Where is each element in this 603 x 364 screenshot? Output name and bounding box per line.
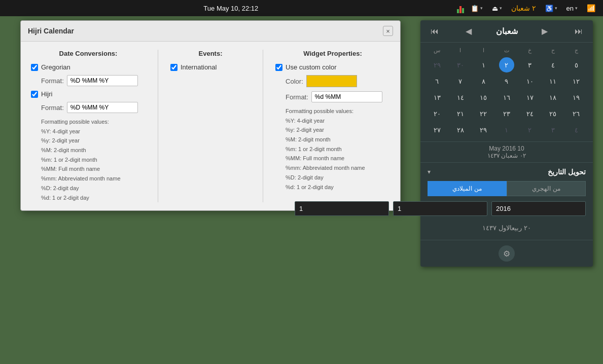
- hijri-date-display: ٠٢ شعبان ١٤٣٧: [423, 152, 590, 159]
- events-section: Events: International: [170, 50, 251, 202]
- day-2-next[interactable]: ٢: [522, 122, 538, 137]
- day-13[interactable]: ١٣: [430, 90, 445, 105]
- day-2-today[interactable]: ٢: [499, 57, 514, 72]
- gregorian-label: Gregorian: [41, 63, 70, 71]
- week-1: ٢٩ ٣٠ ١ ٢ ٣ ٤ ٥: [425, 57, 588, 72]
- hijri-format-row: Format:: [41, 102, 146, 113]
- day-10[interactable]: ١٠: [522, 74, 538, 89]
- day-28[interactable]: ٢٨: [453, 122, 468, 137]
- eject-chevron: ▾: [500, 6, 502, 11]
- day-17[interactable]: ١٧: [522, 90, 538, 105]
- prev-month-button[interactable]: ◀: [463, 25, 475, 37]
- hijri-format-input[interactable]: [67, 102, 138, 113]
- dow-0: س: [425, 46, 449, 55]
- arabic-date-text: ٢ شعبان: [511, 4, 536, 12]
- dialog-titlebar: Hijri Calendar ×: [21, 21, 400, 42]
- gregorian-format-input[interactable]: [67, 75, 138, 86]
- dialog-overlay: Hijri Calendar × Date Conversions: Grego…: [20, 20, 401, 211]
- widget-format-row: Format:: [286, 91, 390, 102]
- next-month-button[interactable]: ▶: [539, 25, 551, 37]
- gregorian-checkbox[interactable]: [31, 64, 38, 71]
- wfh8: %d: 1 or 2-digit day: [286, 183, 390, 192]
- day-29[interactable]: ٢٩: [476, 122, 491, 137]
- widget-format-input[interactable]: [311, 91, 382, 102]
- day-25[interactable]: ٢٥: [545, 106, 560, 121]
- settings-button[interactable]: ⚙: [499, 245, 515, 262]
- day-5[interactable]: ٥: [569, 57, 584, 72]
- gregorian-format-row: Format:: [41, 75, 146, 86]
- from-gregorian-button[interactable]: من الميلادي: [428, 181, 507, 196]
- next-next-month-button[interactable]: ⏭: [572, 26, 586, 37]
- day-26[interactable]: ٢٦: [569, 106, 584, 121]
- fh2: %y: 2-digit year: [41, 136, 146, 145]
- day-22[interactable]: ٢٢: [476, 106, 491, 121]
- use-custom-color-checkbox[interactable]: [275, 64, 282, 71]
- day-1-next[interactable]: ١: [499, 122, 514, 137]
- dow-2: ا: [472, 46, 495, 55]
- day-16[interactable]: ١٦: [499, 90, 514, 105]
- calendar-dates-info: 10 May 2016 ٠٢ شعبان ١٤٣٧: [420, 141, 593, 162]
- month-input[interactable]: [393, 201, 487, 216]
- day-12[interactable]: ١٢: [569, 74, 584, 89]
- color-label: Color:: [286, 78, 303, 85]
- prev-prev-month-button[interactable]: ⏮: [428, 26, 442, 37]
- year-input[interactable]: [491, 201, 586, 216]
- eject-icon: ⏏: [492, 5, 498, 12]
- calendar-footer: ⚙: [420, 240, 593, 267]
- day-30-prev[interactable]: ٣٠: [453, 57, 468, 72]
- hijri-format-label: Format:: [41, 104, 64, 112]
- arabic-date-button[interactable]: ٢ شعبان: [509, 3, 539, 13]
- day-19[interactable]: ١٩: [569, 90, 584, 105]
- day-18[interactable]: ١٨: [545, 90, 560, 105]
- calendar-dow-row: س ا ا ت خ ح ج: [425, 46, 588, 55]
- custom-color-checkbox-row: Use custom color: [275, 63, 390, 71]
- wfh7: %D: 2-digit day: [286, 173, 390, 183]
- bar3: [462, 8, 464, 13]
- wifi-button[interactable]: 📶: [584, 3, 598, 13]
- day-21[interactable]: ٢١: [453, 106, 468, 121]
- day-20[interactable]: ٢٠: [430, 106, 445, 121]
- day-27[interactable]: ٢٧: [430, 122, 445, 137]
- color-swatch[interactable]: [306, 75, 357, 87]
- divider2: [263, 50, 263, 202]
- conversion-result: ٢٠ ربيعالاول ١٤٣٧: [428, 221, 586, 235]
- day-9[interactable]: ٩: [499, 74, 514, 89]
- conversion-toggle[interactable]: ▾: [428, 168, 431, 175]
- from-hijri-button[interactable]: من الهجري: [507, 181, 586, 196]
- language-button[interactable]: en ▾: [564, 4, 580, 13]
- day-1[interactable]: ١: [476, 57, 491, 72]
- eject-button[interactable]: ⏏ ▾: [489, 4, 505, 13]
- day-input[interactable]: [295, 201, 389, 216]
- close-button[interactable]: ×: [383, 26, 393, 36]
- day-3-next[interactable]: ٣: [545, 122, 560, 137]
- week-5: ٢٧ ٢٨ ٢٩ ١ ٢ ٣ ٤: [425, 122, 588, 137]
- day-6[interactable]: ٦: [430, 74, 445, 89]
- day-7[interactable]: ٧: [453, 74, 468, 89]
- hijri-checkbox[interactable]: [31, 91, 38, 98]
- accessibility-chevron: ▾: [555, 6, 557, 11]
- clipboard-icon: 📋: [471, 5, 479, 12]
- day-3[interactable]: ٣: [522, 57, 538, 72]
- day-4[interactable]: ٤: [545, 57, 560, 72]
- day-4-next[interactable]: ٤: [569, 122, 584, 137]
- language-label: en: [566, 5, 574, 12]
- accessibility-button[interactable]: ♿ ▾: [543, 4, 560, 13]
- day-24[interactable]: ٢٤: [522, 106, 538, 121]
- widget-header: Widget Properties:: [275, 50, 390, 57]
- wfh2: %y: 2-digit year: [286, 125, 390, 135]
- widget-properties-section: Widget Properties: Use custom color Colo…: [275, 50, 390, 202]
- day-11[interactable]: ١١: [545, 74, 560, 89]
- day-14[interactable]: ١٤: [453, 90, 468, 105]
- conversion-title: تحويل التاريخ: [548, 168, 586, 176]
- dialog-body: Date Conversions: Gregorian Format: Hijr…: [21, 42, 400, 210]
- clipboard-button[interactable]: 📋 ▾: [468, 4, 485, 13]
- fh7: %D: 2-digit day: [41, 184, 146, 193]
- day-8[interactable]: ٨: [476, 74, 491, 89]
- day-23[interactable]: ٢٣: [499, 106, 514, 121]
- wfh-title: Formatting possible values:: [286, 106, 390, 116]
- international-checkbox[interactable]: [170, 64, 178, 71]
- hijri-label: Hijri: [41, 90, 52, 98]
- dow-4: خ: [518, 46, 542, 55]
- day-29-prev[interactable]: ٢٩: [430, 57, 445, 72]
- day-15[interactable]: ١٥: [476, 90, 491, 105]
